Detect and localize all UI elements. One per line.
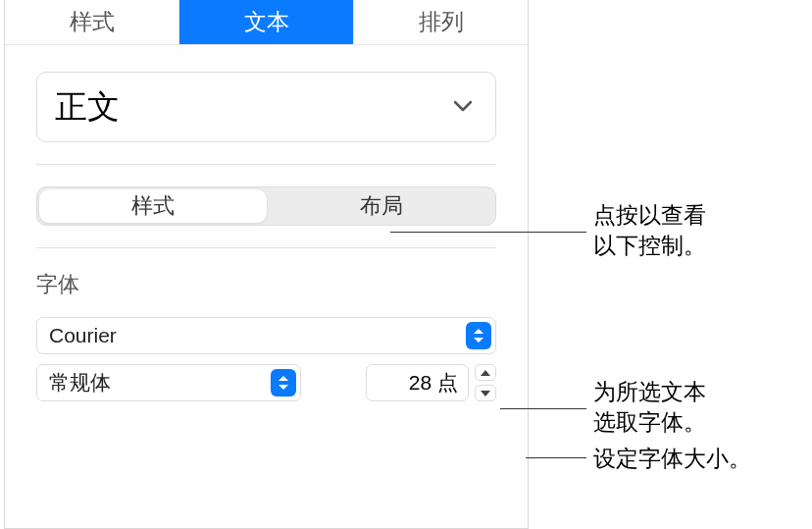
- font-family-value: Courier: [49, 324, 466, 347]
- stepper-up-button[interactable]: [475, 364, 496, 381]
- inner-tab-layout[interactable]: 布局: [269, 187, 496, 225]
- paragraph-style-label: 正文: [55, 85, 120, 130]
- top-tabs: 样式 文本 排列: [5, 0, 528, 45]
- stepper-down-button[interactable]: [475, 385, 496, 401]
- callout-font-size: 设定字体大小。: [593, 444, 751, 474]
- callout-leader: [390, 232, 586, 233]
- tab-style[interactable]: 样式: [5, 0, 179, 44]
- divider: [36, 164, 496, 165]
- callout-font-family: 为所选文本选取字体。: [593, 377, 706, 438]
- divider: [36, 247, 496, 248]
- caret-down-icon: [474, 338, 483, 343]
- chevron-down-icon: [454, 98, 472, 116]
- inspector-panel: 样式 文本 排列 正文 样式 布局 字体 Courier: [4, 0, 529, 529]
- paragraph-style-select[interactable]: 正文: [36, 72, 496, 142]
- caret-down-icon: [279, 385, 288, 390]
- callout-leader: [526, 457, 586, 458]
- disclosure-icon: [271, 369, 296, 397]
- callout-layout: 点按以查看以下控制。: [593, 200, 706, 261]
- font-section-label: 字体: [36, 270, 496, 299]
- font-weight-value: 常规体: [49, 369, 271, 397]
- disclosure-icon: [466, 322, 491, 349]
- font-size-stepper: [475, 364, 496, 401]
- tab-text[interactable]: 文本: [179, 0, 354, 44]
- callout-leader: [500, 408, 586, 409]
- font-size-input[interactable]: 28 点: [366, 364, 469, 401]
- caret-up-icon: [474, 329, 483, 334]
- caret-up-icon: [279, 376, 288, 381]
- font-weight-select[interactable]: 常规体: [36, 364, 301, 401]
- tab-arrange[interactable]: 排列: [354, 0, 528, 44]
- chevron-up-icon: [481, 370, 490, 376]
- inner-tab-selector: 样式 布局: [36, 186, 496, 226]
- inner-tab-style[interactable]: 样式: [39, 189, 267, 223]
- font-family-select[interactable]: Courier: [36, 317, 496, 354]
- chevron-down-icon: [481, 391, 490, 397]
- font-size-value: 28 点: [409, 369, 458, 397]
